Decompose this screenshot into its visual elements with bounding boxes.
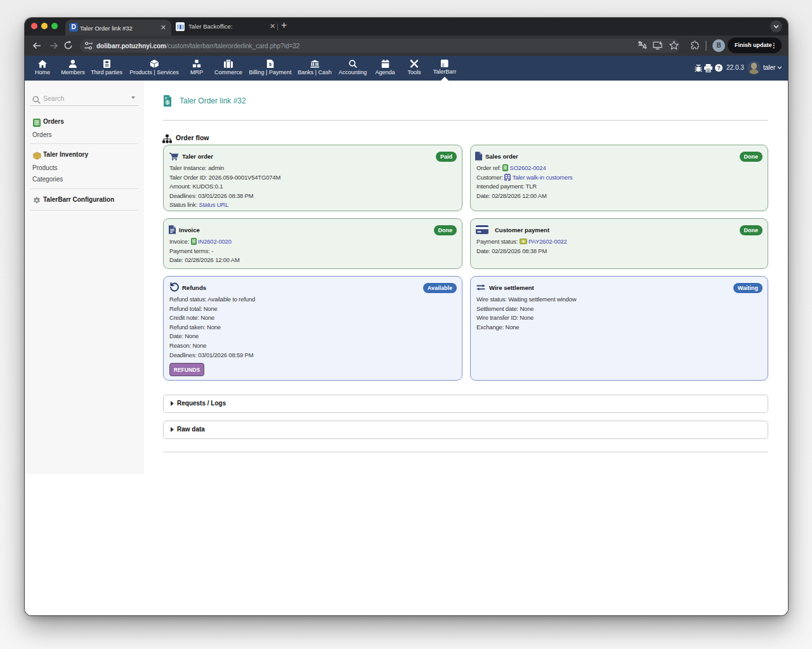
svg-text:$: $	[269, 62, 272, 67]
